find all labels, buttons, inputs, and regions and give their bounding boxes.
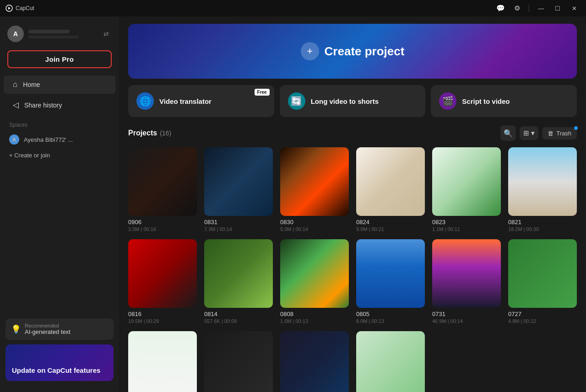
share-icon: ◁: [13, 100, 19, 110]
project-meta-0831: 7.3M | 00:14: [204, 226, 273, 232]
avatar: A: [7, 26, 24, 42]
project-thumb-extra2: [204, 331, 273, 392]
project-name-0831: 0831: [204, 219, 273, 226]
create-or-join-item[interactable]: + Create or join: [0, 148, 119, 162]
projects-header: Projects (16) 🔍 ⊞ ▾ 🗑 Trash: [128, 125, 577, 141]
project-name-0814: 0814: [204, 311, 273, 317]
project-item-0824[interactable]: 08249.0M | 00:21: [356, 147, 425, 232]
chat-icon[interactable]: 💬: [494, 2, 507, 15]
grid-view-button[interactable]: ⊞ ▾: [520, 126, 538, 140]
feature-card-long-video-to-shorts[interactable]: 🔄 Long video to shorts: [280, 85, 426, 117]
project-name-0727: 0727: [508, 311, 577, 317]
recommended-title: AI-generated text: [25, 328, 71, 335]
trash-label: Trash: [556, 130, 571, 137]
search-button[interactable]: 🔍: [500, 125, 516, 141]
hero-title: Create project: [325, 44, 405, 59]
switch-account-button[interactable]: ⇄: [101, 28, 112, 39]
user-name-bar: [28, 30, 70, 33]
free-badge: Free: [255, 89, 270, 96]
project-name-0821: 0821: [508, 219, 577, 226]
sidebar-item-home[interactable]: ⌂ Home: [4, 75, 115, 94]
close-button[interactable]: ✕: [568, 2, 581, 15]
project-item-0814[interactable]: 0814557.6K | 00:09: [204, 239, 273, 324]
sidebar: A ⇄ Join Pro ⌂ Home ◁ Share history Spac…: [0, 16, 119, 392]
project-meta-0816: 19.5M | 00:29: [128, 318, 197, 324]
space-name: Ayesha Bibi772' ...: [24, 136, 73, 143]
recommended-text-block: Recommended AI-generated text: [25, 323, 71, 335]
space-item-ayesha[interactable]: A Ayesha Bibi772' ...: [0, 131, 119, 148]
project-meta-0808: 1.6M | 00:13: [280, 318, 349, 324]
script-to-video-icon: 🎬: [439, 92, 456, 110]
minimize-button[interactable]: —: [535, 2, 548, 15]
project-item-0906[interactable]: 09063.5M | 00:16: [128, 147, 197, 232]
project-thumb-extra4: [356, 331, 425, 392]
create-join-label: + Create or join: [9, 152, 50, 159]
project-item-extra1[interactable]: [128, 331, 197, 392]
projects-count: (16): [160, 129, 171, 137]
project-thumb-0831: [204, 147, 273, 216]
project-item-extra2[interactable]: [204, 331, 273, 392]
recommended-icon: 💡: [11, 324, 21, 334]
update-banner[interactable]: Update on CapCut features: [5, 344, 114, 381]
app-body: A ⇄ Join Pro ⌂ Home ◁ Share history Spac…: [0, 16, 586, 392]
project-thumb-0816: [128, 239, 197, 308]
feature-card-video-translator[interactable]: 🌐 Video translator Free: [128, 85, 274, 117]
project-meta-0830: 5.0M | 00:14: [280, 226, 349, 232]
project-meta-0824: 9.0M | 00:21: [356, 226, 425, 232]
project-name-0805: 0805: [356, 311, 425, 317]
long-video-label: Long video to shorts: [311, 97, 379, 105]
create-project-banner[interactable]: + Create project: [128, 24, 577, 79]
project-thumb-0906: [128, 147, 197, 216]
join-pro-wrapper: Join Pro: [0, 48, 119, 75]
project-item-0821[interactable]: 082118.2M | 00:30: [508, 147, 577, 232]
capcut-logo: [5, 5, 13, 12]
share-history-label: Share history: [24, 102, 62, 109]
project-meta-0727: 4.8M | 00:22: [508, 318, 577, 324]
hero-plus-icon: +: [301, 42, 319, 60]
project-thumb-0727: [508, 239, 577, 308]
feature-card-script-to-video[interactable]: 🎬 Script to video: [431, 85, 577, 117]
sidebar-item-share-history[interactable]: ◁ Share history: [4, 96, 115, 114]
user-section: A ⇄: [0, 22, 119, 48]
project-item-0831[interactable]: 08317.3M | 00:14: [204, 147, 273, 232]
project-item-0727[interactable]: 07274.8M | 00:22: [508, 239, 577, 324]
settings-icon[interactable]: ⚙: [510, 2, 523, 15]
project-item-0823[interactable]: 08231.1M | 00:11: [432, 147, 501, 232]
update-banner-text: Update on CapCut features: [12, 366, 100, 375]
project-item-extra4[interactable]: [356, 331, 425, 392]
project-item-0808[interactable]: 08081.6M | 00:13: [280, 239, 349, 324]
feature-cards: 🌐 Video translator Free 🔄 Long video to …: [128, 85, 577, 117]
project-item-extra3[interactable]: [280, 331, 349, 392]
project-meta-0821: 18.2M | 00:30: [508, 226, 577, 232]
user-id-bar: [28, 36, 79, 38]
maximize-button[interactable]: ☐: [551, 2, 564, 15]
user-info: [28, 30, 96, 38]
project-item-0805[interactable]: 08058.0M | 00:13: [356, 239, 425, 324]
projects-title-group: Projects (16): [128, 129, 171, 137]
sidebar-bottom: 💡 Recommended AI-generated text Update o…: [0, 313, 119, 387]
trash-button[interactable]: 🗑 Trash: [542, 127, 577, 140]
view-toggle: ⊞ ▾: [520, 126, 538, 140]
project-thumb-extra1: [128, 331, 197, 392]
project-thumb-0808: [280, 239, 349, 308]
project-name-0823: 0823: [432, 219, 501, 226]
home-icon: ⌂: [13, 80, 17, 89]
project-thumb-0823: [432, 147, 501, 216]
join-pro-button[interactable]: Join Pro: [7, 50, 112, 68]
projects-title: Projects: [128, 129, 157, 137]
project-thumb-0814: [204, 239, 273, 308]
titlebar-left: CapCut: [5, 5, 34, 12]
project-name-0816: 0816: [128, 311, 197, 317]
project-item-0816[interactable]: 081619.5M | 00:29: [128, 239, 197, 324]
project-item-0830[interactable]: 08305.0M | 00:14: [280, 147, 349, 232]
project-meta-0814: 557.6K | 00:09: [204, 318, 273, 324]
space-avatar: A: [9, 134, 19, 145]
project-item-0731[interactable]: 073146.9M | 00:14: [432, 239, 501, 324]
trash-icon: 🗑: [548, 130, 553, 137]
home-label: Home: [23, 81, 40, 88]
project-thumb-0830: [280, 147, 349, 216]
recommended-banner[interactable]: 💡 Recommended AI-generated text: [5, 318, 114, 340]
project-meta-0906: 3.5M | 00:16: [128, 226, 197, 232]
project-name-0906: 0906: [128, 219, 197, 226]
project-meta-0823: 1.1M | 00:11: [432, 226, 501, 232]
